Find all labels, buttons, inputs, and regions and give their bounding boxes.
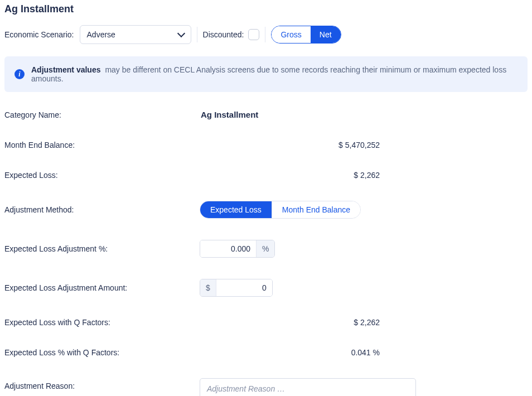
gross-option[interactable]: Gross xyxy=(272,26,310,43)
category-name-value: Ag Installment xyxy=(200,110,528,119)
divider xyxy=(197,27,197,42)
info-icon: i xyxy=(14,69,25,79)
adjustment-reason-textarea[interactable] xyxy=(200,378,416,396)
expected-loss-label: Expected Loss: xyxy=(4,171,200,180)
scenario-select-value: Adverse xyxy=(87,30,115,39)
adj-amt-label: Expected Loss Adjustment Amount: xyxy=(4,283,200,292)
dollar-addon: $ xyxy=(200,279,216,296)
net-option[interactable]: Net xyxy=(311,26,341,43)
reason-label: Adjustment Reason: xyxy=(4,378,200,390)
adjustment-method-label: Adjustment Method: xyxy=(4,205,200,214)
control-row: Economic Scenario: Adverse Discounted: G… xyxy=(4,25,528,44)
page-title: Ag Installment xyxy=(4,3,528,15)
month-end-balance-label: Month End Balance: xyxy=(4,141,200,149)
banner-bold: Adjustment values xyxy=(31,65,100,74)
month-end-balance-value: $ 5,470,252 xyxy=(200,141,528,149)
el-pct-with-q-label: Expected Loss % with Q Factors: xyxy=(4,348,200,357)
expected-loss-value: $ 2,262 xyxy=(200,171,528,180)
discounted-checkbox[interactable] xyxy=(248,29,259,40)
adjustment-method-toggle: Expected Loss Month End Balance xyxy=(200,201,361,219)
scenario-label: Economic Scenario: xyxy=(4,30,74,39)
adj-amt-group: $ xyxy=(200,279,273,297)
el-with-q-label: Expected Loss with Q Factors: xyxy=(4,318,200,327)
adj-amt-input[interactable] xyxy=(216,279,272,296)
adjustment-method-month-end[interactable]: Month End Balance xyxy=(272,201,360,218)
adj-pct-label: Expected Loss Adjustment %: xyxy=(4,244,200,253)
adjustment-method-expected-loss[interactable]: Expected Loss xyxy=(200,201,272,218)
percent-addon: % xyxy=(256,240,274,257)
divider xyxy=(265,27,265,42)
gross-net-toggle: Gross Net xyxy=(271,26,341,44)
info-banner: i Adjustment values may be different on … xyxy=(4,56,528,92)
el-with-q-value: $ 2,262 xyxy=(200,318,528,327)
category-name-label: Category Name: xyxy=(4,110,200,119)
form-grid: Category Name: Ag Installment Month End … xyxy=(4,110,528,396)
banner-text: may be different on CECL Analysis screen… xyxy=(31,65,506,83)
discounted-label: Discounted: xyxy=(203,30,244,39)
adj-pct-input[interactable] xyxy=(200,240,256,257)
adj-pct-group: % xyxy=(200,240,275,258)
el-pct-with-q-value: 0.041 % xyxy=(200,348,528,357)
scenario-select[interactable]: Adverse xyxy=(80,25,191,44)
chevron-down-icon xyxy=(177,30,185,37)
